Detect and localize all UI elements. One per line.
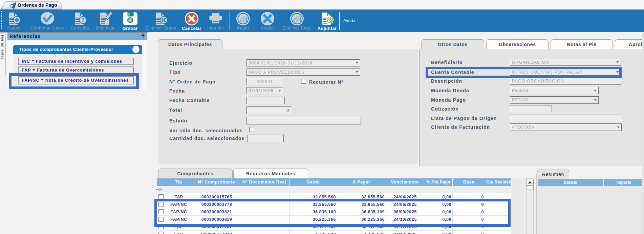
svg-text:x: x [298,19,301,24]
svg-text:?: ? [81,17,85,23]
